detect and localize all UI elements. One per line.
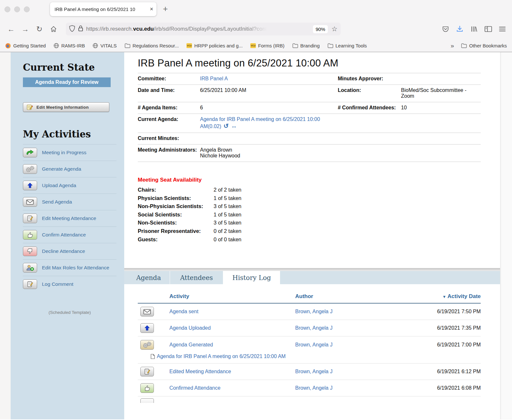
table-row: Edited Meeting Attendance Brown, Angela … [138,364,481,380]
tab-attendees[interactable]: Attendees [170,271,223,284]
column-author[interactable]: Author [295,293,402,300]
activity-label: Confirm Attendance [42,232,86,238]
activity-log-comment[interactable]: Log Comment [23,276,116,292]
lock-icon[interactable] [78,25,83,33]
bookmark-vitals[interactable]: VITALS [93,43,117,48]
activity-confirm-attendance[interactable]: Confirm Attendance [23,226,116,243]
activity-decline-attendance[interactable]: Decline Attendance [23,243,116,259]
bookmark-folder-branding[interactable]: Branding [292,43,320,48]
activity-upload-agenda[interactable]: Upload Agenda [23,177,116,194]
author-link[interactable]: Brown, Angela J [295,342,333,347]
tab-history-log[interactable]: History Log [223,271,280,284]
activity-date: 6/19/2021 7:00 PM [402,342,481,348]
bookmark-getting-started[interactable]: Getting Started [5,43,46,49]
zoom-level-badge[interactable]: 90% [313,25,328,33]
download-icon[interactable] [456,25,463,33]
activity-edit-max-roles[interactable]: Edit Max Roles for Attendance [23,259,116,276]
url-bar[interactable]: https://irb.research.vcu.edu/irb/sd/Room… [66,23,341,35]
edit-meeting-information-button[interactable]: Edit Meeting Information [23,102,109,112]
author-link[interactable]: Brown, Angela J [295,385,333,391]
activity-send-agenda[interactable]: Send Agenda [23,194,116,210]
folder-icon [461,43,467,48]
upload-icon [23,181,37,190]
pocket-icon[interactable] [442,25,449,33]
activity-label: Decline Attendance [42,248,85,254]
thumbs-up-icon [23,230,37,240]
activity-label: Meeting in Progress [42,150,86,155]
table-row: Agenda Uploaded Brown, Angela J 6/19/202… [138,320,481,336]
window-close-button[interactable] [5,6,10,12]
bookmark-folder-learning[interactable]: Learning Tools [327,43,367,48]
window-controls [5,6,30,12]
folder-icon [327,43,333,48]
folder-icon [125,43,130,48]
close-icon[interactable]: × [150,6,153,13]
notepad-pencil-icon [23,214,37,223]
current-agenda-link[interactable]: Agenda for IRB Panel A meeting on 6/25/2… [200,116,320,129]
seat-row: Prisoner Representative:0 of 2 taken [138,227,500,235]
tab-band: Agenda Attendees History Log [124,268,500,284]
activity-label: Edit Max Roles for Attendance [42,265,109,271]
column-activity-date[interactable]: ▼Activity Date [402,293,481,300]
activity-link[interactable]: Agenda Uploaded [169,325,211,331]
back-icon[interactable]: ← [5,23,17,35]
bookmark-star-icon[interactable]: ☆ [331,25,337,33]
author-link[interactable]: Brown, Angela J [295,369,333,374]
minutes-approver-label: Minutes Approver: [338,76,401,82]
seat-row: Non-Physician Scientists:3 of 5 taken [138,202,500,211]
activity-meeting-in-progress[interactable]: Meeting in Progress [23,144,116,161]
seat-availability-title: Meeting Seat Availability [138,177,500,183]
committee-link[interactable]: IRB Panel A [200,76,228,81]
committee-label: Committee: [138,76,200,82]
tab-agenda[interactable]: Agenda [127,271,170,284]
author-link[interactable]: Brown, Angela J [295,325,333,331]
table-row: Agenda sent Brown, Angela J 6/19/2021 7:… [138,304,481,320]
activity-label: Log Comment [42,281,73,287]
folder-icon [292,43,298,48]
mail-icon [140,307,154,316]
activity-generate-agenda[interactable]: Generate Agenda [23,161,116,177]
shield-icon[interactable] [69,25,75,33]
bookmark-folder-regulations[interactable]: Regulations Resour... [125,43,179,48]
activity-label: Upload Agenda [42,183,76,188]
activity-link[interactable]: Agenda sent [169,309,198,314]
page-title: IRB Panel A meeting on 6/25/2021 10:00 A… [138,57,500,69]
home-icon[interactable] [47,23,60,35]
bookmark-other-bookmarks[interactable]: Other Bookmarks [461,43,507,48]
activity-link[interactable]: Confirmed Attendance [169,385,220,391]
column-activity[interactable]: Activity [169,293,295,300]
activity-link[interactable]: Edited Meeting Attendance [169,369,231,374]
toolbar-icons [442,25,507,33]
activity-label: Generate Agenda [42,166,81,172]
bookmark-rams-irb[interactable]: RAMS-IRB [54,43,85,48]
url-text: https://irb.research.vcu.edu/irb/sd/Room… [86,26,310,32]
bookmark-forms-irb[interactable]: VCU Forms (IRB) [250,43,285,48]
current-state-heading: Current State [23,62,124,73]
browser-tab[interactable]: IRB Panel A meeting on 6/25/2021 10 × [50,2,156,16]
sidebar-toggle-icon[interactable] [485,26,492,32]
reload-icon[interactable]: ↻ [33,23,46,35]
attachment-link[interactable]: Agenda for IRB Panel A meeting on 6/25/2… [157,354,286,359]
bookmark-hrpp[interactable]: VCU HRPP policies and g... [186,43,243,48]
activity-date: 6/19/2021 7:50 PM [402,309,481,315]
menu-icon[interactable] [499,27,506,31]
table-row: Agenda Generated Brown, Angela J 6/19/20… [138,336,481,353]
author-link[interactable]: Brown, Angela J [295,309,333,314]
activity-label: Edit Meeting Attendance [42,215,96,221]
window-maximize-button[interactable] [24,6,30,12]
history-revert-icon[interactable]: ↺ [224,123,229,129]
library-icon[interactable] [470,25,477,33]
notepad-pencil-icon [26,104,33,110]
activity-link[interactable]: Agenda Generated [169,342,213,347]
window-minimize-button[interactable] [14,6,20,12]
meeting-arrow-icon [23,148,37,157]
notepad-pencil-icon [23,279,37,289]
activity-edit-meeting-attendance[interactable]: Edit Meeting Attendance [23,210,116,226]
swap-arrow-icon[interactable]: ↔ [231,123,237,129]
partial-next-row-icon [140,398,154,403]
date-time-value: 6/25/2021 10:00 AM [200,87,338,99]
forward-icon[interactable]: → [19,23,32,35]
new-tab-button[interactable]: + [163,4,168,14]
page: Current State Agenda Ready for Review Ed… [0,52,512,419]
chevron-double-icon[interactable]: » [451,42,454,49]
